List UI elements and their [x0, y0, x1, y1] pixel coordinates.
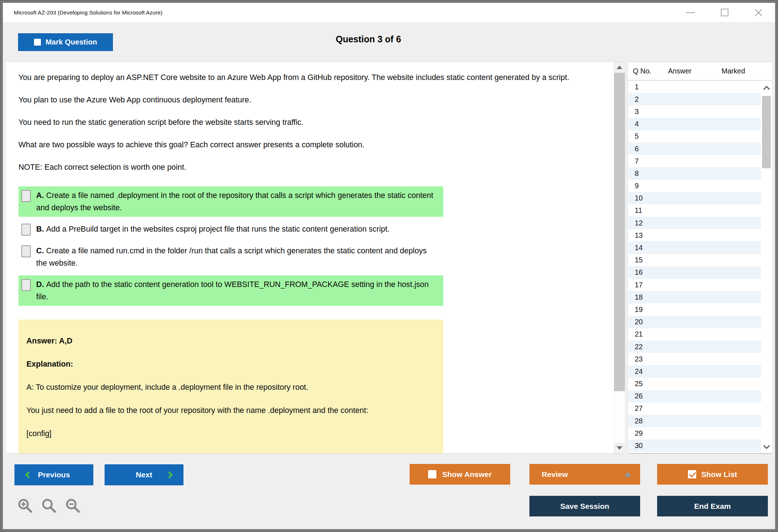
row-qno: 13: [628, 231, 661, 240]
question-list-row[interactable]: 26: [628, 390, 761, 402]
question-list-row[interactable]: 11: [628, 204, 761, 217]
scroll-up-button[interactable]: [614, 62, 625, 73]
zoom-out-icon: [64, 497, 82, 515]
mark-question-checkbox[interactable]: [34, 39, 41, 46]
option-body: Add a PreBuild target in the websites cs…: [46, 225, 390, 233]
header-marked: Marked: [722, 67, 772, 75]
question-list-row[interactable]: 4: [628, 118, 761, 130]
question-list-row[interactable]: 6: [628, 143, 761, 155]
question-list-row[interactable]: 2: [628, 93, 761, 105]
question-list-row[interactable]: 20: [628, 316, 761, 328]
magnifier-icon: [41, 497, 58, 515]
zoom-reset-button[interactable]: [40, 497, 59, 515]
question-list-row[interactable]: 7: [628, 155, 761, 167]
option-checkbox[interactable]: [21, 245, 31, 257]
window-controls: [684, 6, 765, 19]
question-paragraph: You are preparing to deploy an ASP.NET C…: [18, 71, 601, 84]
list-scrollbar[interactable]: [761, 81, 772, 453]
question-list-row[interactable]: 28: [628, 415, 761, 427]
list-scroll-down-button[interactable]: [761, 442, 772, 452]
maximize-button[interactable]: [718, 6, 731, 19]
question-list-row[interactable]: 1: [628, 81, 761, 93]
answer-option-row[interactable]: A.Create a file named .deployment in the…: [18, 186, 443, 217]
option-checkbox[interactable]: [21, 190, 31, 202]
scroll-down-button[interactable]: [614, 443, 625, 453]
question-list-row[interactable]: 8: [628, 167, 761, 180]
question-list-row[interactable]: 19: [628, 303, 761, 316]
question-list-row[interactable]: 14: [628, 241, 761, 254]
show-answer-checkbox[interactable]: [428, 470, 436, 478]
next-button[interactable]: Next: [105, 464, 183, 485]
row-qno: 4: [628, 120, 661, 128]
zoom-out-button[interactable]: [64, 497, 83, 515]
question-list-row[interactable]: 29: [628, 427, 761, 439]
question-list-row[interactable]: 21: [628, 328, 761, 341]
answer-option-row[interactable]: D.Add the path to the static content gen…: [18, 275, 443, 306]
question-list-row[interactable]: 15: [628, 254, 761, 266]
question-list-row[interactable]: 30: [628, 439, 761, 452]
save-session-button[interactable]: Save Session: [529, 496, 640, 516]
minimize-button[interactable]: [684, 6, 697, 19]
main-scrollbar-thumb[interactable]: [614, 73, 625, 391]
question-list-row[interactable]: 9: [628, 180, 761, 192]
header-answer: Answer: [668, 67, 722, 75]
review-button[interactable]: Review: [529, 464, 640, 485]
row-qno: 10: [628, 194, 661, 202]
question-list-row[interactable]: 5: [628, 130, 761, 143]
close-button[interactable]: [752, 6, 765, 19]
option-checkbox[interactable]: [21, 224, 31, 236]
answer-line: Answer: A,D: [26, 335, 435, 347]
answer-option-row[interactable]: B.Add a PreBuild target in the websites …: [18, 220, 443, 238]
row-qno: 18: [628, 293, 661, 301]
question-list-row[interactable]: 23: [628, 353, 761, 365]
answer-option-row[interactable]: C.Create a file named run.cmd in the fol…: [18, 242, 443, 272]
list-scrollbar-thumb[interactable]: [762, 96, 771, 168]
question-panel: You are preparing to deploy an ASP.NET C…: [6, 62, 625, 454]
question-list-row[interactable]: 17: [628, 279, 761, 291]
question-list-row[interactable]: 22: [628, 341, 761, 353]
show-list-button[interactable]: Show List: [657, 464, 768, 485]
option-letter: D.: [36, 280, 44, 289]
row-qno: 24: [628, 367, 661, 376]
row-qno: 28: [628, 417, 661, 425]
zoom-in-button[interactable]: [16, 497, 35, 515]
question-list-row[interactable]: 10: [628, 192, 761, 204]
question-paragraph: You plan to use the Azure Web App contin…: [18, 94, 601, 106]
row-qno: 12: [628, 219, 661, 227]
explanation-heading: Explanation:: [26, 358, 435, 370]
chevron-left-icon: [25, 471, 32, 478]
question-list-row[interactable]: 13: [628, 229, 761, 241]
row-qno: 16: [628, 268, 661, 276]
row-qno: 6: [628, 145, 661, 153]
show-answer-button[interactable]: Show Answer: [410, 464, 510, 485]
show-list-checkbox[interactable]: [688, 470, 696, 478]
question-list-row[interactable]: 25: [628, 378, 761, 390]
mark-question-button[interactable]: Mark Question: [18, 33, 113, 51]
main-scrollbar[interactable]: [614, 62, 625, 453]
option-checkbox[interactable]: [21, 279, 31, 291]
question-list-row[interactable]: 27: [628, 402, 761, 415]
end-exam-label: End Exam: [694, 502, 731, 511]
question-list-row[interactable]: 24: [628, 365, 761, 377]
row-qno: 25: [628, 380, 661, 388]
explanation-paragraph: A: To customize your deployment, include…: [26, 381, 435, 393]
list-scroll-up-button[interactable]: [761, 83, 772, 93]
end-exam-button[interactable]: End Exam: [657, 496, 768, 516]
question-list-row[interactable]: 3: [628, 105, 761, 118]
footer-bar: Previous Next: [3, 454, 775, 529]
row-qno: 20: [628, 318, 661, 326]
show-list-label: Show List: [701, 470, 737, 479]
arrow-up-icon: [617, 66, 622, 69]
question-list-row[interactable]: 18: [628, 291, 761, 303]
row-qno: 5: [628, 132, 661, 140]
chevron-down-icon: [763, 442, 770, 449]
row-qno: 1: [628, 83, 661, 91]
question-list-row[interactable]: 16: [628, 266, 761, 279]
title-bar: Microsoft AZ-203 (Developing Solutions f…: [3, 3, 775, 22]
question-list-body: 1 2 3 4: [628, 81, 772, 453]
question-list-row[interactable]: 12: [628, 217, 761, 229]
option-text: A.Create a file named .deployment in the…: [36, 189, 440, 214]
previous-button[interactable]: Previous: [14, 464, 93, 485]
content-area: You are preparing to deploy an ASP.NET C…: [3, 62, 775, 454]
zoom-in-icon: [17, 497, 34, 515]
